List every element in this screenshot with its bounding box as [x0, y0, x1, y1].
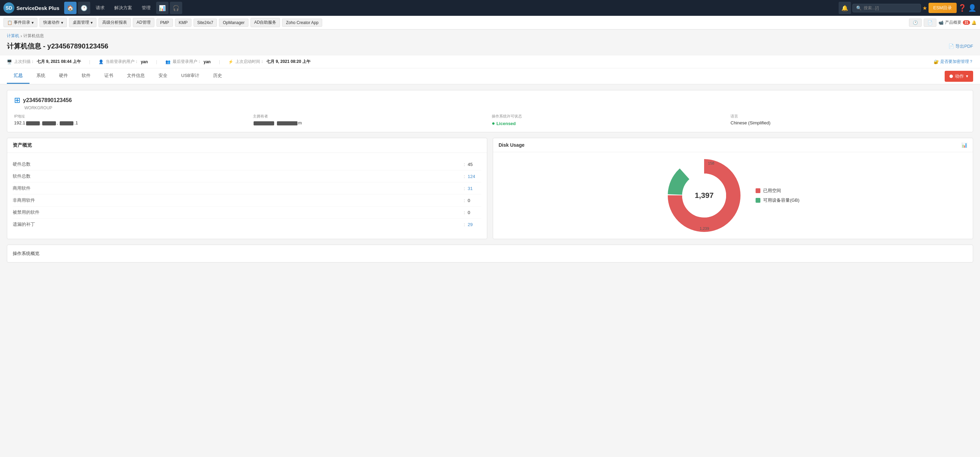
op-manager-label: OpManager: [223, 20, 244, 25]
product-overview-button[interactable]: 📹 产品概要 31 🔔: [939, 19, 977, 26]
ip-blurred1: [26, 121, 40, 125]
asset-row: 硬件总数 : 45: [13, 158, 481, 171]
icon2-button[interactable]: 📄: [924, 19, 936, 27]
workgroup: WORKGROUP: [24, 105, 52, 110]
zoho-creator-button[interactable]: Zoho Creator App: [282, 19, 322, 27]
tab-software[interactable]: 软件: [75, 69, 97, 84]
tab-summary[interactable]: 汇总: [7, 69, 30, 84]
boot-icon: ⚡: [228, 59, 233, 64]
asset-label: 硬件总数: [13, 161, 461, 167]
main-content: ⊞ y234567890123456 WORKGROUP IP地址 192.1.…: [0, 85, 980, 457]
op-manager-button[interactable]: OpManager: [219, 19, 248, 27]
chart-button[interactable]: 📊: [156, 2, 169, 14]
product-overview-label: 产品概要: [945, 19, 961, 26]
icon1-button[interactable]: 🕐: [909, 19, 922, 27]
owner-label: 主拥有者: [253, 114, 488, 119]
bell2-icon: 🔔: [971, 20, 977, 25]
os-status-value: ● Licensed: [492, 120, 727, 126]
event-catalog-button[interactable]: 📋 事件目录 ▾: [3, 18, 37, 27]
breadcrumb-parent[interactable]: 计算机: [7, 33, 19, 39]
ip-blurred2: [42, 121, 56, 125]
last-login-item: 👥 最后登录用户： yan: [165, 59, 211, 65]
tab-file-info[interactable]: 文件信息: [120, 69, 152, 84]
site24x7-button[interactable]: Site24x7: [194, 19, 217, 27]
current-user-label: 当前登录的用户：: [106, 59, 138, 65]
manage-nav[interactable]: 管理: [138, 3, 155, 13]
os-section-title: 操作系统概览: [13, 251, 40, 256]
language-column: 语言 Chinese (Simplified): [730, 114, 966, 125]
sep2: |: [156, 59, 157, 64]
info-card-header: ⊞ y234567890123456 WORKGROUP: [14, 96, 966, 110]
clock-button[interactable]: 🕐: [78, 2, 90, 14]
encrypt-button[interactable]: 🔐 是否要加密管理？: [934, 59, 973, 65]
desktop-mgmt-button[interactable]: 桌面管理 ▾: [69, 18, 96, 27]
tab-hardware[interactable]: 硬件: [52, 69, 75, 84]
asset-value[interactable]: 29: [468, 222, 481, 227]
os-section: 操作系统概览: [7, 244, 973, 262]
asset-label: 遗漏的补丁: [13, 221, 461, 227]
scan-icon: 🖥️: [7, 59, 12, 64]
last-login-value: yan: [204, 59, 211, 64]
search-box: 🔍: [852, 4, 921, 12]
request-nav[interactable]: 请求: [92, 3, 109, 13]
owner-blurred1: [254, 121, 274, 125]
action-button[interactable]: 动作 ▾: [945, 71, 973, 82]
action-label: 动作: [955, 73, 964, 79]
esm-button[interactable]: ESM目录: [929, 3, 957, 13]
asset-value[interactable]: 124: [468, 174, 481, 179]
last-boot-value: 七月 9, 2021 08:20 上午: [266, 59, 310, 65]
advanced-report-button[interactable]: 高级分析报表: [99, 18, 131, 27]
current-user-item: 👤 当前登录的用户： yan: [99, 59, 148, 65]
pmp-button[interactable]: PMP: [156, 19, 173, 27]
tabs-list: 汇总 系统 硬件 软件 证书 文件信息 安全 USB审计 历史: [7, 69, 229, 84]
bell-button[interactable]: 🔔: [838, 2, 851, 14]
user-icon: 👤: [99, 59, 103, 64]
asset-overview-card: 资产概览 硬件总数 : 45 软件总数 : 124 商用软件 : 31 非商用软…: [7, 138, 487, 239]
last-boot-label: 上次启动时间：: [235, 59, 264, 65]
headset-button[interactable]: 🎧: [170, 2, 182, 14]
tab-history[interactable]: 历史: [206, 69, 229, 84]
disk-usage-header: Disk Usage 📊: [493, 138, 973, 152]
tab-system[interactable]: 系统: [30, 69, 52, 84]
desktop-mgmt-label: 桌面管理: [73, 19, 89, 26]
help-button[interactable]: ❓: [958, 4, 967, 12]
solution-nav[interactable]: 解决方案: [110, 3, 136, 13]
legend-color-swatch: [756, 188, 760, 193]
quick-action-arrow-icon: ▾: [61, 20, 63, 25]
kmp-button[interactable]: KMP: [175, 19, 191, 27]
top-navigation: SD ServiceDesk Plus 🏠 🕐 请求 解决方案 管理 📊 🎧 🔔…: [0, 0, 980, 16]
brand-name: ServiceDesk Plus: [16, 5, 59, 11]
asset-label: 软件总数: [13, 173, 461, 179]
asset-value[interactable]: 31: [468, 186, 481, 191]
donut-label-158: 158: [708, 161, 714, 165]
tab-usb-audit[interactable]: USB审计: [174, 69, 206, 84]
ad-self-service-button[interactable]: AD自助服务: [250, 18, 280, 27]
asset-separator: :: [464, 162, 465, 167]
breadcrumb: 计算机 › 计算机信息: [0, 30, 980, 40]
donut-chart: 1,397 158 1,239: [667, 158, 742, 233]
meta-bar-right: 🔐 是否要加密管理？: [934, 59, 973, 65]
asset-label: 非商用软件: [13, 197, 461, 203]
owner-value: m: [253, 120, 488, 125]
asset-separator: :: [464, 198, 465, 203]
tab-security[interactable]: 安全: [152, 69, 174, 84]
quick-action-button[interactable]: 快速动作 ▾: [40, 18, 67, 27]
asset-overview-header: 资产概览: [7, 138, 487, 153]
search-input[interactable]: [864, 5, 912, 10]
event-catalog-label: 事件目录: [14, 19, 30, 26]
tab-certificate[interactable]: 证书: [97, 69, 120, 84]
brand-logo: SD ServiceDesk Plus: [3, 2, 59, 13]
legend-label: 已用空间: [763, 188, 781, 194]
ad-mgmt-button[interactable]: AD管理: [133, 18, 154, 27]
export-pdf-button[interactable]: 📄 导出PDF: [948, 43, 973, 50]
ip-label: IP地址: [14, 114, 250, 119]
last-login-icon: 👥: [165, 59, 170, 64]
quick-action-label: 快速动作: [43, 19, 60, 26]
encrypt-label: 是否要加密管理？: [940, 59, 973, 65]
user-button[interactable]: 👤: [968, 4, 977, 12]
home-button[interactable]: 🏠: [64, 2, 76, 14]
computer-name: y234567890123456: [23, 97, 72, 104]
zoho-creator-label: Zoho Creator App: [286, 20, 318, 25]
asset-row: 软件总数 : 124: [13, 171, 481, 182]
disk-usage-card: Disk Usage 📊 1,397: [493, 138, 973, 239]
